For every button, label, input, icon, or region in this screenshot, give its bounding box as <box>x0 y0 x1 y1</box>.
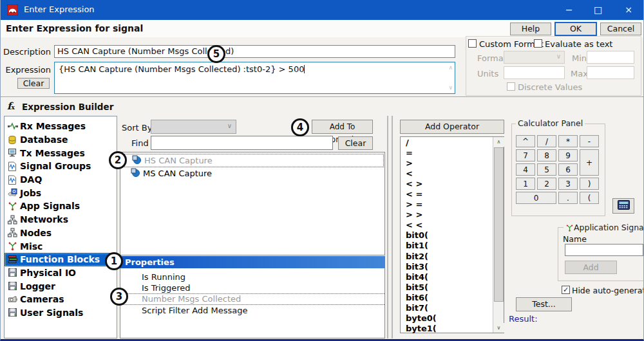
calc-key-caret[interactable]: ^ <box>516 135 535 147</box>
property-row-is-triggered[interactable]: Is Triggered <box>120 282 384 293</box>
operator-item[interactable]: < <box>401 169 504 179</box>
add-operator-button[interactable]: Add Operator <box>400 120 504 134</box>
add-to-expression-button[interactable]: Add To Expression <box>312 120 373 134</box>
calc-key-dot[interactable]: . <box>558 192 578 204</box>
discrete-values-checkbox[interactable] <box>507 82 515 91</box>
calc-key-5[interactable]: 5 <box>537 163 556 176</box>
help-button[interactable]: Help <box>510 23 551 35</box>
property-row-number-msgs-collected[interactable]: Number Msgs Collected <box>120 293 384 305</box>
operator-item[interactable]: byte0( <box>401 313 504 324</box>
operator-item[interactable]: bit2( <box>401 252 504 262</box>
sidebar-item-function-blocks[interactable]: Function Blocks <box>5 253 117 266</box>
separator <box>1 97 643 98</box>
list-item-ms-can-capture[interactable]: MS CAN Capture <box>120 167 384 180</box>
hide-auto-generated-checkbox[interactable]: ✓ <box>562 286 570 294</box>
operator-item[interactable]: bit3( <box>401 262 504 272</box>
sidebar-item-misc[interactable]: Misc <box>5 239 117 253</box>
minimize-button[interactable]: − <box>554 0 583 20</box>
scroll-up-button[interactable]: ∧ <box>493 137 504 147</box>
calc-key-6[interactable]: 6 <box>558 163 578 176</box>
sidebar-item-user-signals[interactable]: User Signals <box>5 306 117 320</box>
sidebar-item-app-signals[interactable]: App Signals <box>5 199 117 213</box>
sidebar-item-daq[interactable]: DAQ <box>5 173 117 187</box>
scroll-thumb[interactable] <box>494 147 504 302</box>
scroll-down-icon[interactable]: ∨ <box>448 85 453 91</box>
splitter-handle[interactable] <box>387 116 393 338</box>
sort-by-select[interactable]: ∨ <box>151 120 236 134</box>
custom-format-checkbox[interactable] <box>468 39 477 48</box>
sidebar-item-tx-messages[interactable]: Tx Messages <box>5 146 117 160</box>
operator-item[interactable]: bit7( <box>401 303 504 313</box>
operator-item[interactable]: < = <box>401 189 504 199</box>
calc-key-lparen[interactable]: ( <box>580 192 599 204</box>
operator-item[interactable]: byte1( <box>401 324 504 334</box>
description-label: Description <box>1 47 51 57</box>
sidebar-item-jobs[interactable]: Jobs <box>5 186 117 199</box>
name-input[interactable] <box>565 244 643 256</box>
operator-item[interactable]: < < <box>401 220 504 230</box>
expression-input[interactable]: {HS CAN Capture (Number Msgs Collected) … <box>54 62 455 94</box>
calc-key-minus[interactable]: - <box>580 135 599 147</box>
sidebar-item-cameras[interactable]: Cameras <box>5 293 117 306</box>
calc-key-rparen[interactable]: ) <box>580 178 599 190</box>
cancel-button[interactable]: Cancel <box>600 23 641 35</box>
sidebar-item-rx-messages[interactable]: Rx Messages <box>5 120 117 133</box>
description-input[interactable]: HS CAN Capture (Number Msgs Collected) <box>54 45 455 58</box>
calc-key-multiply[interactable]: * <box>558 135 578 147</box>
operator-item[interactable]: bit1( <box>401 241 504 251</box>
window-title: Enter Expression <box>24 5 95 14</box>
operator-item[interactable]: / <box>401 138 504 148</box>
calc-key-8[interactable]: 8 <box>537 149 556 161</box>
ok-button[interactable]: OK <box>554 22 597 36</box>
sidebar-item-nodes[interactable]: Nodes <box>5 226 117 240</box>
operator-item[interactable]: < > <box>401 179 504 189</box>
calc-key-1[interactable]: 1 <box>516 178 535 190</box>
operator-item[interactable]: bit4( <box>401 272 504 282</box>
calc-key-3[interactable]: 3 <box>558 178 578 190</box>
operator-item[interactable]: bit6( <box>401 293 504 303</box>
max-input[interactable] <box>587 66 634 79</box>
calc-key-plus[interactable]: + <box>580 149 599 176</box>
list-item-hs-can-capture[interactable]: HS CAN Capture <box>121 154 384 167</box>
property-row-is-running[interactable]: Is Running <box>120 272 384 282</box>
find-clear-button[interactable]: Clear <box>338 136 373 150</box>
calc-key-9[interactable]: 9 <box>558 149 578 161</box>
sidebar-item-database[interactable]: Database <box>5 133 117 147</box>
maximize-button[interactable]: □ <box>583 0 612 20</box>
operator-item[interactable]: bit5( <box>401 282 504 293</box>
evaluate-as-text-checkbox[interactable] <box>534 39 542 48</box>
scroll-up-icon[interactable]: ∧ <box>448 65 453 71</box>
page-title: Enter Expression for signal <box>6 23 143 33</box>
operator-item[interactable]: bit0( <box>401 230 504 241</box>
calc-key-7[interactable]: 7 <box>516 149 535 161</box>
operator-item[interactable]: > > <box>401 210 504 220</box>
operator-item[interactable]: > <box>401 158 504 169</box>
calculator-icon-button[interactable] <box>612 198 634 214</box>
find-input[interactable] <box>151 136 333 150</box>
units-input[interactable] <box>504 66 565 79</box>
format-select[interactable]: ∨ <box>504 51 565 64</box>
sidebar-item-signal-groups[interactable]: Signal Groups <box>5 160 117 173</box>
operator-item[interactable]: > = <box>401 199 504 210</box>
clear-expression-button[interactable]: Clear <box>17 78 50 89</box>
sidebar-item-physical-io[interactable]: Physical IO <box>5 266 117 280</box>
network-icon <box>8 215 20 225</box>
property-row-script-filter-add-message[interactable]: Script Filter Add Message <box>120 305 384 316</box>
calc-key-divide[interactable]: / <box>537 135 556 147</box>
calc-key-2[interactable]: 2 <box>537 178 556 190</box>
sidebar: Rx Messages Database Tx Messages Signal … <box>4 116 117 338</box>
test-button[interactable]: Test... <box>516 297 572 311</box>
annotation-circle-2: 2 <box>109 151 127 169</box>
operator-scrollbar[interactable]: ∧ ∨ <box>493 137 504 333</box>
chevron-down-icon: ∨ <box>227 122 232 129</box>
signal-list: HS CAN Capture MS CAN Capture <box>120 152 385 255</box>
close-button[interactable]: × <box>612 0 644 20</box>
operator-item[interactable]: = <box>401 148 504 158</box>
calc-key-4[interactable]: 4 <box>516 163 535 176</box>
scroll-down-button[interactable]: ∨ <box>493 323 504 333</box>
add-button[interactable]: Add <box>565 261 617 274</box>
sidebar-item-networks[interactable]: Networks <box>5 213 117 226</box>
min-input[interactable] <box>587 51 634 64</box>
calc-key-0[interactable]: 0 <box>516 192 556 204</box>
sidebar-item-logger[interactable]: Logger <box>5 279 117 293</box>
